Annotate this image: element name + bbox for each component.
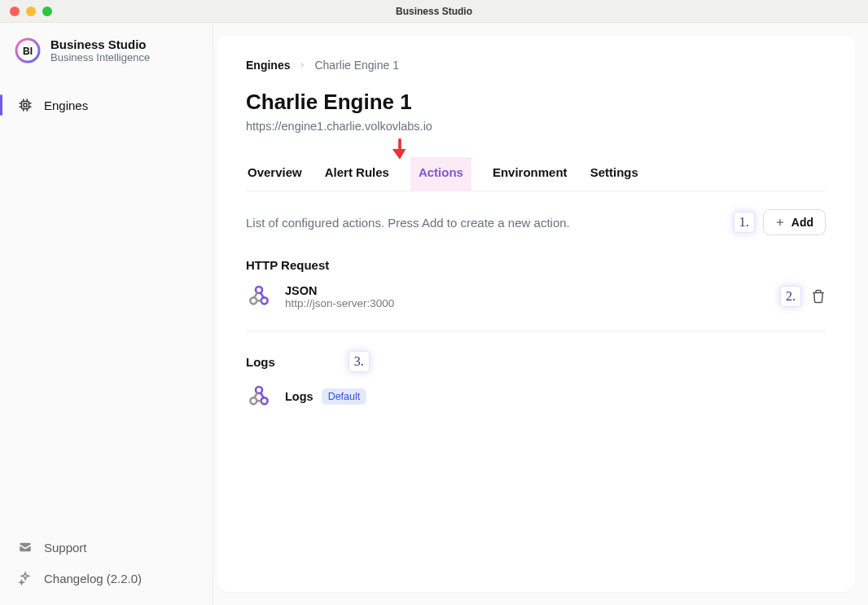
tab-environment[interactable]: Environment	[491, 157, 569, 191]
svg-point-15	[261, 297, 268, 304]
page-title: Charlie Engine 1	[246, 90, 826, 115]
breadcrumb: Engines Charlie Engine 1	[246, 59, 826, 72]
action-row-logs[interactable]: Logs Default	[246, 384, 826, 410]
brand-title: Business Studio	[50, 37, 150, 51]
sidebar-item-support[interactable]: Support	[0, 532, 213, 563]
svg-point-14	[250, 297, 256, 304]
svg-rect-3	[24, 103, 27, 107]
content-panel: Engines Charlie Engine 1 Charlie Engine …	[217, 36, 855, 592]
window-minimize-button[interactable]	[26, 7, 36, 16]
add-button-label: Add	[791, 216, 813, 229]
sidebar-item-engines[interactable]: Engines	[0, 88, 213, 122]
group-title-http-request: HTTP Request	[246, 258, 826, 272]
tab-settings[interactable]: Settings	[589, 157, 640, 191]
svg-point-18	[261, 397, 268, 404]
window-title: Business Studio	[396, 6, 472, 17]
brand-logo-icon: BI	[15, 37, 41, 64]
webhook-icon	[246, 283, 272, 309]
divider	[246, 331, 826, 331]
sidebar-item-label: Support	[44, 541, 87, 555]
brand-subtitle: Business Intelligence	[50, 51, 150, 64]
tab-actions[interactable]: Actions	[410, 157, 471, 191]
tabs: Overview Alert Rules Actions Environment…	[246, 157, 826, 191]
sidebar-bottom: Support Changelog (2.2.0)	[0, 532, 213, 605]
breadcrumb-root[interactable]: Engines	[246, 59, 290, 72]
annotation-step-2: 2.	[780, 286, 801, 307]
tab-overview[interactable]: Overview	[246, 157, 304, 191]
tab-alert-rules[interactable]: Alert Rules	[323, 157, 391, 191]
window-zoom-button[interactable]	[42, 7, 52, 16]
actions-description: List of configured actions. Press Add to…	[246, 216, 570, 230]
breadcrumb-current: Charlie Engine 1	[314, 59, 399, 72]
svg-point-17	[250, 397, 256, 404]
annotation-step-1: 1.	[734, 212, 755, 233]
webhook-icon	[246, 384, 272, 410]
action-row-json[interactable]: JSON http://json-server:3000 2.	[246, 283, 826, 309]
titlebar: Business Studio	[0, 0, 868, 23]
action-name: Logs	[285, 390, 313, 403]
window-controls	[10, 7, 52, 16]
page-subtitle: https://engine1.charlie.volkovlabs.io	[246, 120, 826, 133]
annotation-arrow-icon	[391, 138, 409, 160]
chip-icon	[18, 98, 33, 112]
window-close-button[interactable]	[10, 7, 20, 16]
action-name: JSON	[285, 284, 394, 297]
svg-point-16	[256, 287, 262, 293]
plus-icon	[775, 217, 785, 227]
sidebar-item-label: Changelog (2.2.0)	[44, 572, 142, 585]
sparkles-icon	[18, 571, 33, 585]
action-subtitle: http://json-server:3000	[285, 297, 394, 309]
default-badge: Default	[322, 388, 367, 405]
brand: BI Business Studio Business Intelligence	[0, 23, 213, 73]
sidebar-item-label: Engines	[44, 99, 88, 112]
add-action-button[interactable]: Add	[763, 209, 826, 235]
sidebar-nav: Engines	[0, 88, 213, 122]
svg-point-19	[256, 387, 262, 393]
envelope-icon	[18, 540, 33, 555]
group-title-logs: Logs	[246, 355, 275, 369]
svg-rect-2	[22, 102, 29, 109]
annotation-step-3: 3.	[349, 351, 370, 372]
chevron-right-icon	[298, 59, 306, 72]
sidebar: BI Business Studio Business Intelligence	[0, 23, 213, 605]
svg-text:BI: BI	[23, 46, 33, 57]
delete-action-button[interactable]	[811, 289, 826, 304]
sidebar-item-changelog[interactable]: Changelog (2.2.0)	[0, 563, 213, 594]
